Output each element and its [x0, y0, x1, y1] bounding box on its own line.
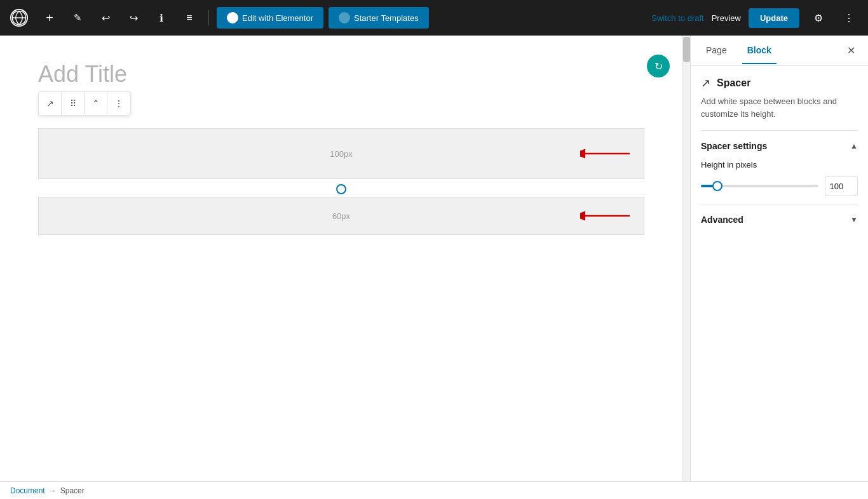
tab-page[interactable]: Page: [701, 37, 732, 64]
editor-content: Add Title ↗ ⠿ ⌃ ⋮: [0, 36, 682, 481]
spacer-settings-section: Spacer settings ▲ Height in pixels: [701, 130, 858, 204]
height-slider-row: [701, 176, 858, 196]
slider-thumb[interactable]: [712, 181, 722, 191]
handle-circle: [336, 184, 346, 194]
editor-scrollbar[interactable]: [682, 36, 690, 481]
scrollbar-thumb[interactable]: [683, 37, 690, 62]
breadcrumb-separator: →: [49, 486, 57, 495]
spacer-block-1[interactable]: 100px: [38, 128, 644, 179]
settings-button[interactable]: ⚙: [807, 6, 830, 29]
undo-button[interactable]: ↩: [94, 6, 117, 29]
breadcrumb-spacer: Spacer: [60, 486, 85, 495]
spacer-2-label: 60px: [332, 211, 350, 221]
edit-with-elementor-button[interactable]: Edit with Elementor: [217, 7, 323, 29]
list-icon: ≡: [186, 12, 192, 23]
expand-icon: ↗: [46, 98, 54, 109]
redo-icon: ↪: [130, 12, 138, 24]
update-button[interactable]: Update: [749, 8, 799, 28]
starter-icon: [339, 12, 350, 23]
toolbar-separator-1: [208, 10, 209, 25]
block-more-button[interactable]: ⋮: [107, 92, 130, 115]
close-icon: ✕: [847, 45, 855, 56]
main-toolbar: + ✎ ↩ ↪ ℹ ≡ Edit with Elementor Starter …: [0, 0, 868, 36]
editor-area[interactable]: Add Title ↗ ⠿ ⌃ ⋮: [0, 36, 682, 481]
block-description: Add white space between blocks and custo…: [701, 95, 858, 120]
elementor-icon: [227, 12, 238, 23]
spacer-2-arrow: [580, 210, 631, 222]
refresh-icon-area: ↻: [647, 55, 670, 77]
tab-block[interactable]: Block: [742, 37, 776, 64]
drag-icon: ⠿: [70, 98, 76, 109]
starter-templates-button[interactable]: Starter Templates: [329, 7, 429, 29]
block-title: Spacer: [717, 77, 750, 89]
wp-logo: [8, 6, 31, 29]
advanced-section-header[interactable]: Advanced ▼: [701, 212, 858, 227]
preview-button[interactable]: Preview: [712, 13, 741, 23]
more-icon: ⋮: [844, 12, 854, 24]
status-bar: Document → Spacer: [0, 481, 868, 499]
info-icon: ℹ: [159, 12, 163, 24]
add-block-button[interactable]: +: [38, 6, 61, 29]
height-slider-container[interactable]: [701, 180, 818, 192]
refresh-button[interactable]: ↻: [647, 55, 670, 77]
redo-button[interactable]: ↪: [122, 6, 145, 29]
page-title-placeholder[interactable]: Add Title: [38, 61, 644, 88]
gear-icon: ⚙: [814, 12, 823, 24]
info-button[interactable]: ℹ: [150, 6, 173, 29]
spacer-settings-header[interactable]: Spacer settings ▲: [701, 138, 858, 154]
panel-content: ↗ Spacer Add white space between blocks …: [691, 66, 868, 481]
block-drag-button[interactable]: ⠿: [62, 92, 85, 115]
spacer-1-arrow: [580, 147, 631, 160]
more-options-button[interactable]: ⋮: [837, 6, 860, 29]
switch-to-draft-button[interactable]: Switch to draft: [651, 13, 703, 23]
block-header: ↗ Spacer: [701, 76, 858, 90]
panel-tabs: Page Block ✕: [691, 36, 868, 66]
advanced-section: Advanced ▼: [701, 204, 858, 235]
block-expand-button[interactable]: ↗: [39, 92, 62, 115]
block-move-button[interactable]: ⌃: [85, 92, 107, 115]
page-title-area[interactable]: Add Title ↗ ⠿ ⌃ ⋮: [38, 61, 644, 116]
right-panel: Page Block ✕ ↗ Spacer Add white space be…: [690, 36, 868, 481]
spacer-1-label: 100px: [330, 149, 352, 159]
breadcrumb-document[interactable]: Document: [10, 486, 45, 495]
block-toolbar: ↗ ⠿ ⌃ ⋮: [38, 91, 131, 116]
height-value-input[interactable]: [825, 176, 858, 196]
spacer-resize-handle[interactable]: [38, 184, 644, 194]
chevron-up-icon: ▲: [850, 142, 858, 150]
edit-mode-button[interactable]: ✎: [66, 6, 89, 29]
spacer-block-2[interactable]: 60px: [38, 197, 644, 235]
undo-icon: ↩: [102, 12, 110, 24]
height-in-pixels-label: Height in pixels: [701, 160, 858, 170]
refresh-icon: ↻: [654, 60, 663, 72]
block-more-icon: ⋮: [114, 98, 123, 109]
spacer-block-icon: ↗: [701, 76, 710, 90]
chevron-down-icon: ▼: [850, 215, 858, 224]
list-view-button[interactable]: ≡: [178, 6, 201, 29]
advanced-title: Advanced: [701, 215, 743, 225]
pencil-icon: ✎: [74, 12, 82, 23]
spacer-settings-title: Spacer settings: [701, 141, 767, 151]
toolbar-right-actions: Switch to draft Preview Update ⚙ ⋮: [651, 6, 860, 29]
chevron-down-icon: ⌃: [92, 98, 100, 109]
main-area: Add Title ↗ ⠿ ⌃ ⋮: [0, 36, 868, 481]
panel-close-button[interactable]: ✕: [844, 42, 858, 59]
